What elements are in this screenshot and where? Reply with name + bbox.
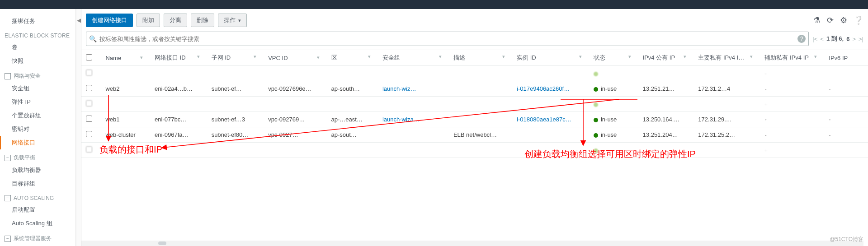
cell: vpc-092769…	[264, 112, 326, 127]
sidebar-item-load-balancers[interactable]: 负载均衡器	[0, 163, 75, 177]
watermark: @51CTO博客	[830, 236, 863, 243]
page-first-icon[interactable]: |<	[812, 36, 817, 42]
table-row[interactable]: web-clustereni-0967fa…subnet-ef80…vpc-09…	[81, 127, 868, 143]
col-primary-private-ip[interactable]: 主要私有 IPv4 I…▾	[693, 50, 760, 66]
cell: 172.31.29.…	[693, 112, 760, 127]
cell: -	[760, 81, 824, 97]
cell	[638, 143, 694, 158]
sidebar-group-label: 网络与安全	[14, 72, 41, 80]
collapse-icon: −	[5, 155, 11, 161]
page-last-icon[interactable]: >|	[859, 36, 863, 42]
cell: -	[760, 127, 824, 143]
cell	[512, 97, 589, 112]
search-input[interactable]	[99, 36, 795, 42]
sidebar-item-autoscaling-groups[interactable]: Auto Scaling 组	[0, 217, 75, 230]
page-prev-icon[interactable]: <	[820, 36, 824, 42]
table-container: Name▾ 网络接口 ID▾ 子网 ID▾ VPC ID▾ 区▾ 安全组▾ 描述…	[81, 50, 868, 158]
col-sg[interactable]: 安全组▾	[378, 50, 449, 66]
col-state[interactable]: 状态▾	[589, 50, 638, 66]
info-icon[interactable]: ?	[797, 35, 806, 43]
col-az[interactable]: 区▾	[327, 50, 378, 66]
refresh-icon[interactable]: ⟳	[827, 15, 834, 25]
cell	[207, 97, 264, 112]
cell	[512, 143, 589, 158]
gear-icon[interactable]: ⚙	[840, 15, 847, 25]
cell: -	[824, 81, 868, 97]
cell[interactable]: i-018080aea1e87c…	[512, 112, 589, 127]
row-checkbox[interactable]	[86, 116, 92, 122]
row-checkbox[interactable]	[86, 146, 92, 153]
cell: ELB net/webcl…	[449, 127, 512, 143]
row-checkbox[interactable]	[86, 85, 92, 91]
table-row[interactable]: web1eni-077bc…subnet-ef…3vpc-092769…ap-……	[81, 112, 868, 127]
eni-table: Name▾ 网络接口 ID▾ 子网 ID▾ VPC ID▾ 区▾ 安全组▾ 描述…	[81, 50, 868, 158]
actions-dropdown[interactable]: 操作	[218, 14, 247, 27]
table-row[interactable]: web2eni-02a4…b…subnet-ef…vpc-0927696e…ap…	[81, 81, 868, 97]
col-public-ip[interactable]: IPv4 公有 IP▾	[638, 50, 694, 66]
cell	[207, 143, 264, 158]
col-eni[interactable]: 网络接口 ID▾	[150, 50, 207, 66]
sidebar-group-network[interactable]: −网络与安全	[0, 68, 75, 82]
cell-state: in-use	[589, 81, 638, 97]
cell: 13.251.21…	[638, 81, 694, 97]
delete-button[interactable]: 删除	[191, 14, 214, 27]
sidebar-group-label: AUTO SCALING	[14, 195, 54, 201]
cell: 172.31.2…4	[693, 81, 760, 97]
cell[interactable]: launch-wiz…	[378, 81, 449, 97]
col-secondary-private-ip[interactable]: 辅助私有 IPv4 IP▾	[760, 50, 824, 66]
search-box[interactable]: 🔍 ?	[86, 32, 809, 46]
col-subnet[interactable]: 子网 ID▾	[207, 50, 264, 66]
table-row[interactable]: -	[81, 97, 868, 112]
cell	[693, 66, 760, 81]
sidebar-item-target-groups[interactable]: 目标群组	[0, 177, 75, 190]
cell: web2	[101, 81, 150, 97]
sidebar-item-security-groups[interactable]: 安全组	[0, 82, 75, 95]
sidebar-item-placement-groups[interactable]: 个置放群组	[0, 109, 75, 122]
cell	[449, 81, 512, 97]
cell-state: in-use	[589, 127, 638, 143]
page-next-icon[interactable]: >	[852, 36, 856, 42]
col-name[interactable]: Name▾	[101, 50, 150, 66]
col-vpc[interactable]: VPC ID▾	[264, 50, 326, 66]
detach-button[interactable]: 分离	[164, 14, 187, 27]
cell	[378, 66, 449, 81]
col-desc[interactable]: 描述▾	[449, 50, 512, 66]
sidebar-item-bundle-tasks[interactable]: 捆绑任务	[0, 14, 75, 28]
cell: -	[760, 97, 824, 112]
cell	[824, 66, 868, 81]
sidebar-group-lb[interactable]: −负载平衡	[0, 149, 75, 163]
sidebar-group-ssm[interactable]: −系统管理器服务	[0, 230, 75, 244]
attach-button[interactable]: 附加	[137, 14, 160, 27]
sidebar-group-autoscaling[interactable]: −AUTO SCALING	[0, 190, 75, 203]
cell[interactable]: i-017e9406ac260f…	[512, 81, 589, 97]
sidebar-item-key-pairs[interactable]: 密钥对	[0, 122, 75, 136]
top-nav-bar	[0, 0, 868, 9]
cell: -	[760, 66, 824, 81]
table-row[interactable]: -	[81, 143, 868, 158]
scrollbar-thumb[interactable]	[158, 241, 166, 245]
horizontal-scrollbar[interactable]	[81, 241, 863, 246]
row-checkbox[interactable]	[86, 70, 92, 76]
cell: 13.250.164.…	[638, 112, 694, 127]
cell	[101, 143, 150, 158]
select-all-checkbox[interactable]	[86, 54, 92, 60]
col-inst[interactable]: 实例 ID▾	[512, 50, 589, 66]
flask-icon[interactable]: ⚗	[813, 15, 821, 25]
main-panel: 创建网络接口 附加 分离 删除 操作 ⚗ ⟳ ⚙ ❔ 🔍 ? |< < 1 到 …	[81, 9, 868, 246]
sidebar-item-volumes[interactable]: 卷	[0, 41, 75, 54]
sidebar-item-launch-config[interactable]: 启动配置	[0, 203, 75, 217]
sidebar-collapse-handle[interactable]: ◀	[76, 9, 81, 246]
col-ipv6[interactable]: IPv6 IP	[824, 50, 868, 66]
row-checkbox[interactable]	[86, 131, 92, 137]
sidebar-item-elastic-ip[interactable]: 弹性 IP	[0, 95, 75, 109]
help-icon[interactable]: ❔	[854, 15, 863, 25]
table-row[interactable]: -	[81, 66, 868, 81]
create-eni-button[interactable]: 创建网络接口	[86, 14, 133, 27]
sidebar-item-network-interfaces[interactable]: 网络接口	[0, 136, 75, 149]
row-checkbox[interactable]	[86, 100, 92, 107]
cell: vpc-0927…	[264, 127, 326, 143]
sidebar-item-snapshots[interactable]: 快照	[0, 54, 75, 68]
cell-state	[589, 97, 638, 112]
page-total: 6	[846, 36, 849, 42]
cell[interactable]: launch-wiza…	[378, 112, 449, 127]
